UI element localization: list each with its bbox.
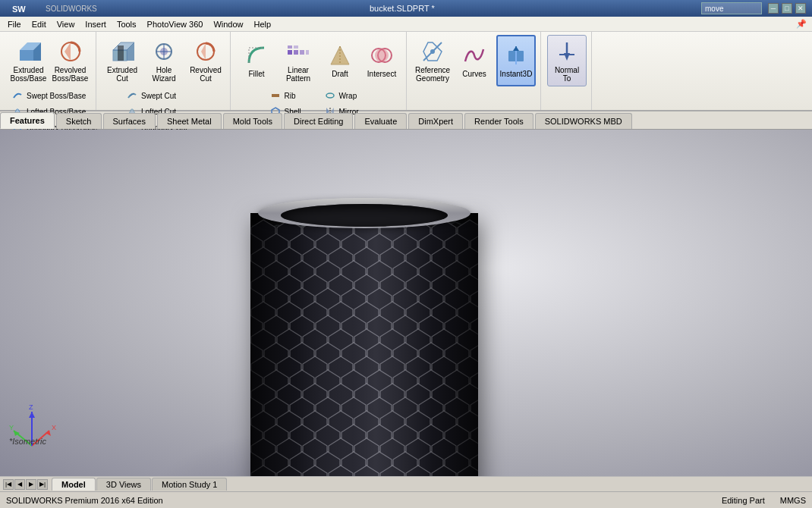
ribbon-group-features: Fillet LinearPattern: [232, 32, 407, 110]
title-bar: SW SOLIDWORKS bucket.SLDPRT * ─ □ ✕: [0, 0, 812, 17]
swept-cut-button[interactable]: Swept Cut: [122, 88, 206, 103]
tab-evaluate[interactable]: Evaluate: [354, 113, 407, 129]
svg-text:Y: Y: [9, 424, 14, 431]
svg-rect-25: [288, 45, 292, 49]
revolved-cut-label: RevolvedCut: [190, 66, 222, 83]
menu-tools[interactable]: Tools: [112, 18, 141, 30]
tab-model[interactable]: Model: [52, 478, 96, 491]
ribbon-group-boss-base: ExtrudedBoss/Base RevolvedBoss/Base Sw: [3, 32, 96, 110]
draft-button[interactable]: Draft: [320, 35, 360, 86]
menu-file[interactable]: File: [3, 18, 26, 30]
svg-marker-258: [29, 412, 35, 418]
editing-status-label: Editing Part: [722, 496, 765, 505]
tab-sheet-metal[interactable]: Sheet Metal: [157, 113, 222, 129]
tab-motion-study[interactable]: Motion Study 1: [152, 478, 227, 491]
rib-button[interactable]: Rib: [266, 88, 319, 103]
svg-rect-26: [294, 45, 298, 49]
normal-to-label: NormalTo: [555, 66, 579, 83]
svg-point-38: [430, 49, 435, 54]
extruded-cut-label: ExtrudedCut: [107, 66, 137, 83]
nav-next-button[interactable]: ▶: [26, 479, 36, 490]
menu-edit[interactable]: Edit: [27, 18, 51, 30]
menu-help[interactable]: Help: [250, 18, 276, 30]
svg-rect-31: [272, 94, 279, 97]
swept-cut-label: Swept Cut: [141, 92, 176, 100]
svg-rect-22: [294, 50, 298, 55]
fillet-label: Fillet: [248, 70, 264, 78]
pin-icon[interactable]: 📌: [794, 17, 809, 31]
search-input[interactable]: [701, 2, 762, 14]
swept-boss-label: Swept Boss/Base: [27, 92, 86, 100]
revolved-boss-icon: [58, 39, 83, 64]
svg-marker-5: [65, 42, 71, 61]
intersect-label: Intersect: [367, 70, 396, 78]
units-label: MMGS: [780, 496, 806, 505]
feature-tabs: Features Sketch Surfaces Sheet Metal Mol…: [0, 111, 812, 130]
intersect-button[interactable]: Intersect: [362, 35, 401, 86]
curves-label: Curves: [462, 70, 486, 78]
svg-rect-24: [306, 50, 309, 55]
reference-geometry-button[interactable]: ReferenceGeometry: [413, 35, 452, 86]
bucket-rim: [258, 198, 471, 228]
curves-icon: [462, 43, 486, 67]
extruded-cut-button[interactable]: ExtrudedCut: [102, 35, 142, 86]
swept-boss-button[interactable]: Swept Boss/Base: [8, 88, 91, 103]
menu-window[interactable]: Window: [209, 18, 247, 30]
menu-view[interactable]: View: [52, 18, 80, 30]
axis-indicator: X Y Z: [8, 404, 57, 453]
tab-dimxpert[interactable]: DimXpert: [408, 113, 463, 129]
instant3d-button[interactable]: Instant3D: [496, 35, 536, 86]
linear-pattern-icon: [286, 39, 310, 64]
view-label: *Isometric: [9, 437, 46, 446]
revolved-boss-label: RevolvedBoss/Base: [52, 66, 89, 83]
svg-point-32: [326, 93, 334, 98]
tab-surfaces[interactable]: Surfaces: [103, 113, 156, 129]
wrap-label: Wrap: [339, 92, 357, 100]
extruded-boss-button[interactable]: ExtrudedBoss/Base: [9, 35, 49, 86]
revolved-boss-button[interactable]: RevolvedBoss/Base: [51, 35, 90, 86]
swept-cut-icon: [126, 89, 138, 102]
tab-3d-views[interactable]: 3D Views: [96, 478, 151, 491]
bucket-model: [250, 198, 508, 476]
curves-button[interactable]: Curves: [455, 35, 494, 86]
minimize-button[interactable]: ─: [768, 3, 779, 14]
svg-text:Z: Z: [29, 404, 33, 411]
svg-rect-1: [20, 50, 33, 61]
small-features-row1: Rib Wrap: [266, 88, 373, 103]
tab-solidworks-mbd[interactable]: SOLIDWORKS MBD: [535, 113, 632, 129]
maximize-button[interactable]: □: [782, 3, 792, 14]
menu-bar: File Edit View Insert Tools PhotoView 36…: [0, 17, 812, 32]
ribbon-row-normal: NormalTo: [547, 35, 587, 86]
nav-first-button[interactable]: |◀: [3, 479, 14, 490]
intersect-icon: [370, 43, 394, 67]
wrap-button[interactable]: Wrap: [320, 88, 373, 103]
svg-text:X: X: [52, 424, 56, 431]
tab-direct-editing[interactable]: Direct Editing: [284, 113, 353, 129]
normal-to-button[interactable]: NormalTo: [547, 35, 587, 86]
revolved-cut-button[interactable]: RevolvedCut: [186, 35, 225, 86]
bottom-nav-arrows: |◀ ◀ ▶ ▶|: [3, 479, 48, 490]
nav-prev-button[interactable]: ◀: [14, 479, 25, 490]
extruded-boss-icon: [17, 39, 41, 64]
close-button[interactable]: ✕: [795, 3, 806, 14]
status-left: SOLIDWORKS Premium 2016 x64 Edition: [6, 496, 710, 505]
search-area: [701, 2, 768, 14]
tab-mold-tools[interactable]: Mold Tools: [223, 113, 282, 129]
hole-wizard-button[interactable]: HoleWizard: [144, 35, 184, 86]
linear-pattern-button[interactable]: LinearPattern: [279, 35, 318, 86]
revolved-cut-icon: [194, 39, 218, 64]
menu-insert[interactable]: Insert: [80, 18, 111, 30]
extruded-cut-icon: [110, 39, 134, 64]
normal-to-icon: [555, 39, 579, 64]
menu-photoview[interactable]: PhotoView 360: [143, 18, 208, 30]
viewport[interactable]: X Y Z *Isometric: [0, 130, 812, 476]
svg-text:SW: SW: [12, 5, 26, 14]
nav-last-button[interactable]: ▶|: [37, 479, 48, 490]
tab-sketch[interactable]: Sketch: [56, 113, 102, 129]
draft-icon: [328, 43, 352, 67]
instant3d-icon: [504, 43, 528, 67]
tab-features[interactable]: Features: [0, 112, 55, 129]
tab-render-tools[interactable]: Render Tools: [464, 113, 533, 129]
fillet-button[interactable]: Fillet: [237, 35, 276, 86]
instant3d-label: Instant3D: [500, 70, 533, 78]
